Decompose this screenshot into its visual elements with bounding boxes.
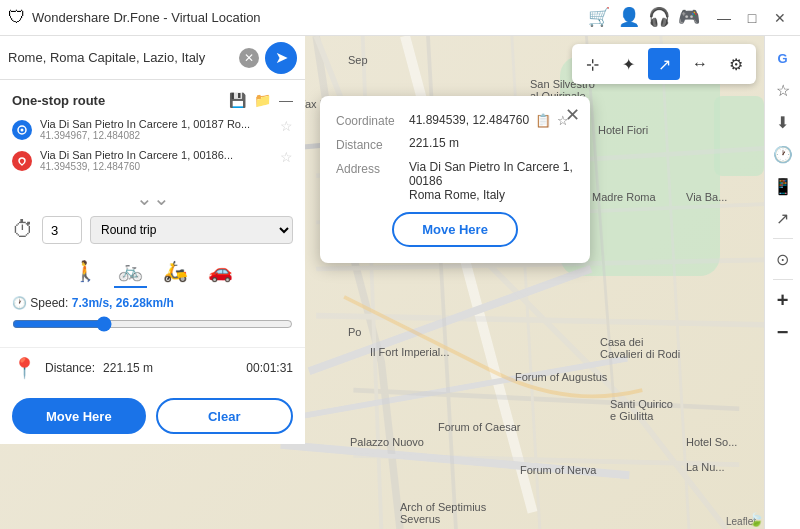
distance-time: 00:01:31 [246,361,293,375]
popup-distance-value: 221.15 m [409,136,459,152]
route-item-2-star[interactable]: ☆ [280,149,293,165]
chevron-area: ⌄⌄ [12,180,293,216]
minimize-button[interactable]: — [712,6,736,30]
maximize-button[interactable]: □ [740,6,764,30]
transport-mode-row: 🚶 🚲 🛵 🚗 [12,254,293,288]
route-panel-header: One-stop route 💾 📁 — [12,92,293,108]
user-icon: 👤 [618,6,640,30]
speed-slider-container [12,316,293,335]
title-text: Wondershare Dr.Fone - Virtual Location [32,10,588,25]
popup-move-here-button[interactable]: Move Here [392,212,518,247]
map-area: Wax Museum Pace Helvezia San Silvestroal… [0,36,800,529]
route-item-1: Via Di San Pietro In Carcere 1, 00187 Ro… [12,118,293,141]
flexible-tool-button[interactable]: ↔ [684,48,716,80]
chevron-down-icon: ⌄⌄ [136,187,170,209]
popup-distance-label: Distance [336,136,401,152]
route-item-2-text: Via Di San Pietro In Carcere 1, 00186...… [40,149,272,172]
speed-value-ms: 7.3m/s, [72,296,113,310]
clock-icon: ⏱ [12,217,34,243]
scooter-mode-button[interactable]: 🛵 [159,255,192,287]
popup-close-button[interactable]: ✕ [565,104,580,126]
trip-controls-row: ⏱ Round trip One way Infinite loop [12,216,293,244]
device-button[interactable]: 📱 [769,172,797,200]
search-bar: ✕ ➤ [0,36,305,80]
cart-icon: 🛒 [588,6,610,30]
app-icon: 🛡 [8,7,26,28]
distance-row: 📍 Distance: 221.15 m 00:01:31 [12,356,293,380]
multi-stop-tool-button[interactable]: ✦ [612,48,644,80]
center-location-button[interactable]: ⊙ [769,245,797,273]
titlebar: 🛡 Wondershare Dr.Fone - Virtual Location… [0,0,800,36]
speed-value-kmh: 26.28km/h [116,296,174,310]
info-popup: ✕ Coordinate 41.894539, 12.484760 📋 ☆ Di… [320,96,590,263]
walk-mode-button[interactable]: 🚶 [69,255,102,287]
distance-label: Distance: [45,361,95,375]
car-mode-button[interactable]: 🚗 [204,255,237,287]
route-save-button[interactable]: 💾 [229,92,246,108]
bike-mode-button[interactable]: 🚲 [114,254,147,288]
popup-coordinate-row: Coordinate 41.894539, 12.484760 📋 ☆ [336,112,574,128]
toolbar-divider-2 [773,279,793,280]
popup-address-value: Via Di San Pietro In Carcere 1, 00186Rom… [409,160,574,202]
distance-value: 221.15 m [103,361,153,375]
controls-panel: 📍 Distance: 221.15 m 00:01:31 [0,348,305,388]
popup-address-label: Address [336,160,401,202]
route-dot-1 [12,120,32,140]
route-load-button[interactable]: 📁 [254,92,271,108]
popup-distance-row: Distance 221.15 m [336,136,574,152]
close-button[interactable]: ✕ [768,6,792,30]
route-item-2: Via Di San Pietro In Carcere 1, 00186...… [12,149,293,172]
route-item-2-label: Via Di San Pietro In Carcere 1, 00186... [40,149,272,161]
route-item-2-coords: 41.394539, 12.484760 [40,161,272,172]
trip-mode-select[interactable]: Round trip One way Infinite loop [90,216,293,244]
popup-coordinate-label: Coordinate [336,112,401,128]
game-icon: 🎮 [678,6,700,30]
speed-row: 🕐 Speed: 7.3m/s, 26.28km/h [12,296,293,310]
zoom-in-button[interactable]: + [769,286,797,314]
popup-coordinate-value: 41.894539, 12.484760 📋 ☆ [409,112,569,128]
right-toolbar: G ☆ ⬇ 🕐 📱 ↗ ⊙ + − [764,36,800,529]
map-marker-icon: 📍 [12,356,37,380]
route-minimize-button[interactable]: — [279,92,293,108]
route-item-1-text: Via Di San Pietro In Carcere 1, 00187 Ro… [40,118,272,141]
leaflet-icon: 🍃 [748,512,764,527]
settings-tool-button[interactable]: ⚙ [720,48,752,80]
trip-count-input[interactable] [42,216,82,244]
clear-button[interactable]: Clear [156,398,294,434]
search-input[interactable] [8,50,233,65]
speed-slider[interactable] [12,316,293,332]
search-clear-button[interactable]: ✕ [239,48,259,68]
route-panel-icons: 💾 📁 — [229,92,293,108]
left-panel: ✕ ➤ One-stop route 💾 📁 — Via Di San Piet… [0,36,305,529]
route-panel-title: One-stop route [12,93,105,108]
route-item-1-star[interactable]: ☆ [280,118,293,134]
svg-point-1 [21,129,24,132]
route-panel: One-stop route 💾 📁 — Via Di San Pietro I… [0,80,305,348]
one-stop-tool-button[interactable]: ↗ [648,48,680,80]
action-row: Move Here Clear [0,388,305,444]
speed-label: Speed: [30,296,68,310]
route-item-1-coords: 41.394967, 12.484082 [40,130,272,141]
search-go-button[interactable]: ➤ [265,42,297,74]
popup-address-row: Address Via Di San Pietro In Carcere 1, … [336,160,574,202]
google-maps-button[interactable]: G [769,44,797,72]
speed-gauge-icon: 🕐 [12,296,27,310]
popup-coordinate-text: 41.894539, 12.484760 [409,113,529,127]
popup-copy-button[interactable]: 📋 [535,113,551,128]
title-controls: 🛒 👤 🎧 🎮 — □ ✕ [588,6,792,30]
teleport-tool-button[interactable]: ⊹ [576,48,608,80]
top-map-toolbar: ⊹ ✦ ↗ ↔ ⚙ [572,44,756,84]
route-dot-2 [12,151,32,171]
move-here-button[interactable]: Move Here [12,398,146,434]
navigate-button[interactable]: ↗ [769,204,797,232]
history-button[interactable]: 🕐 [769,140,797,168]
route-item-1-label: Via Di San Pietro In Carcere 1, 00187 Ro… [40,118,272,130]
zoom-out-button[interactable]: − [769,318,797,346]
help-icon: 🎧 [648,6,670,30]
toolbar-divider [773,238,793,239]
download-button[interactable]: ⬇ [769,108,797,136]
favorites-button[interactable]: ☆ [769,76,797,104]
